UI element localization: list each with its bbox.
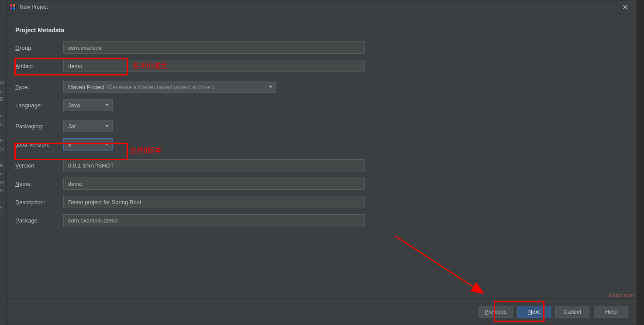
label-artifact: Artifact: xyxy=(15,63,63,69)
language-dropdown[interactable]: Java xyxy=(63,99,113,111)
label-package: Package: xyxy=(15,217,63,224)
row-artifact: Artifact: xyxy=(15,60,628,72)
next-button[interactable]: Next xyxy=(517,306,551,318)
previous-button[interactable]: Previous xyxy=(479,306,513,318)
svg-rect-1 xyxy=(10,4,12,7)
dialog-footer: Previous Next Cancel Help xyxy=(7,298,637,325)
svg-rect-4 xyxy=(13,7,15,10)
packaging-dropdown[interactable]: Jar xyxy=(63,120,113,132)
description-input[interactable] xyxy=(63,196,365,208)
label-language: Language: xyxy=(15,102,63,109)
artifact-input[interactable] xyxy=(63,60,365,72)
annotation-text-java: 选择8版本 xyxy=(130,146,162,155)
group-input[interactable] xyxy=(63,41,365,54)
intellij-icon xyxy=(9,3,16,10)
row-description: Description: xyxy=(15,196,628,208)
dialog-content: Project Metadata Group: Artifact: Type: … xyxy=(7,14,637,298)
label-name: Name: xyxy=(15,181,63,187)
ide-left-gutter: gt a E n c E )c E n rv n y xyxy=(0,0,6,325)
label-description: Description: xyxy=(15,199,63,205)
label-java-version: Java Version: xyxy=(15,141,63,148)
row-packaging: Packaging: Jar xyxy=(15,120,628,132)
row-type: Type: Maven Project (Generate a Maven ba… xyxy=(15,81,628,93)
row-name: Name: xyxy=(15,178,628,190)
label-packaging: Packaging: xyxy=(15,123,63,130)
dialog-title: New Project xyxy=(20,4,48,10)
chevron-down-icon xyxy=(269,86,272,88)
chevron-down-icon xyxy=(105,144,108,146)
chevron-down-icon xyxy=(105,125,109,127)
name-input[interactable] xyxy=(63,178,365,190)
svg-rect-3 xyxy=(10,7,12,10)
row-package: Package: xyxy=(15,214,628,226)
label-version: Version: xyxy=(15,162,63,169)
chevron-down-icon xyxy=(105,104,109,106)
row-group: Group: xyxy=(15,41,628,54)
package-input[interactable] xyxy=(63,214,365,226)
row-java-version: Java Version: 8 xyxy=(15,138,628,151)
cancel-button[interactable]: Cancel xyxy=(555,306,589,318)
watermark-text: Yuucn.com xyxy=(608,292,634,298)
row-language: Language: Java xyxy=(15,99,628,111)
label-type: Type: xyxy=(15,84,63,90)
type-dropdown[interactable]: Maven Project (Generate a Maven based pr… xyxy=(63,81,276,93)
new-project-dialog: New Project Project Metadata Group: Arti… xyxy=(6,0,637,325)
help-button[interactable]: Help xyxy=(594,306,628,318)
annotation-text-artifact: 名字你随意 xyxy=(132,62,167,71)
row-version: Version: xyxy=(15,159,628,171)
titlebar: New Project xyxy=(7,0,637,14)
java-version-dropdown[interactable]: 8 xyxy=(63,138,113,151)
section-heading: Project Metadata xyxy=(15,27,628,34)
svg-rect-2 xyxy=(13,4,15,7)
version-input[interactable] xyxy=(63,159,365,171)
label-group: Group: xyxy=(15,44,63,51)
close-button[interactable] xyxy=(616,1,634,13)
